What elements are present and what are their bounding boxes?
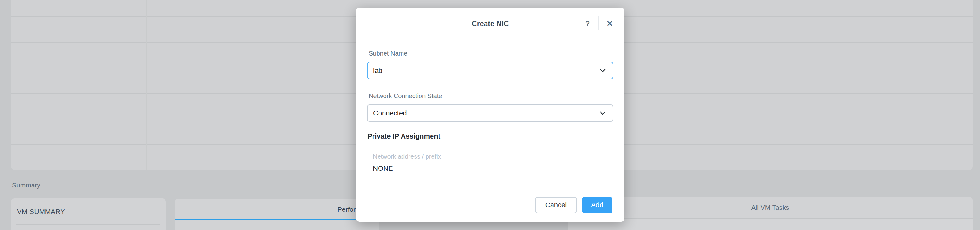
table-column-divider	[146, 0, 147, 170]
cancel-button[interactable]: Cancel	[535, 197, 577, 213]
create-nic-modal: Create NIC ? ✕ Subnet Name lab Network C…	[356, 8, 625, 222]
network-connection-state-label: Network Connection State	[369, 92, 442, 100]
network-address-prefix-value: NONE	[373, 164, 393, 173]
help-icon[interactable]: ?	[582, 18, 593, 29]
vm-tasks-widget: All VM Tasks	[568, 197, 973, 230]
network-connection-state-value: Connected	[373, 109, 407, 117]
table-column-divider	[877, 0, 877, 170]
vm-summary-title: VM SUMMARY	[17, 208, 65, 216]
vm-summary-widget: VM SUMMARY Total VM(s) 1	[11, 198, 166, 230]
vm-summary-row-value: 1	[156, 228, 160, 230]
vm-tasks-body	[568, 219, 973, 230]
chevron-down-icon	[600, 69, 606, 73]
private-ip-assignment-heading: Private IP Assignment	[368, 132, 441, 140]
network-connection-state-select[interactable]: Connected	[367, 105, 613, 122]
subnet-name-label: Subnet Name	[369, 50, 407, 57]
vm-summary-row: Total VM(s) 1	[17, 228, 160, 230]
vm-details-screen: Summary VM SUMMARY Total VM(s) 1 Perform…	[0, 0, 980, 230]
summary-heading: Summary	[12, 181, 40, 189]
network-address-prefix-label: Network address / prefix	[373, 153, 441, 160]
all-vm-tasks-link: All VM Tasks	[568, 197, 973, 219]
subnet-name-select[interactable]: lab	[367, 62, 613, 79]
performance-widget: Performance	[175, 199, 379, 230]
table-column-divider	[701, 0, 701, 170]
add-button[interactable]: Add	[582, 197, 612, 213]
header-divider	[598, 16, 598, 30]
vm-summary-divider	[16, 224, 160, 225]
subnet-name-value: lab	[373, 67, 382, 75]
vm-summary-row-label: Total VM(s)	[17, 228, 51, 230]
performance-tab-bar: Performance	[175, 199, 379, 220]
chevron-down-icon	[600, 111, 606, 115]
close-icon[interactable]: ✕	[604, 18, 615, 29]
